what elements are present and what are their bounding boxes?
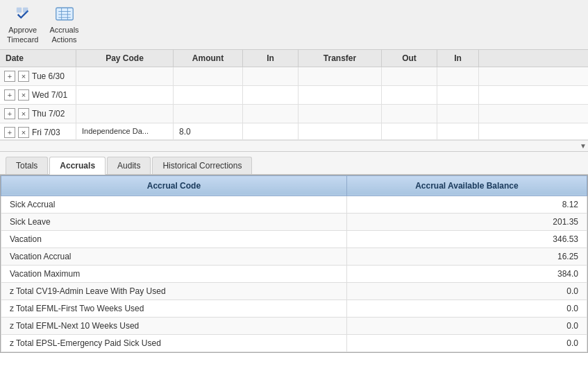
table-row: Sick Accrual8.12 (1, 196, 587, 213)
row-paycode (76, 67, 174, 85)
row-transfer (299, 67, 382, 85)
table-row: Vacation Accrual16.25 (1, 248, 587, 265)
table-row: + × Thu 7/02 (0, 105, 588, 123)
table-row: Sick Leave201.35 (1, 213, 587, 230)
row-out (382, 67, 437, 85)
row-amount (174, 67, 243, 85)
accrual-balance-cell: 346.53 (346, 230, 587, 248)
col-header-amount: Amount (174, 50, 243, 67)
row-date-cell: + × Tue 6/30 (0, 67, 76, 85)
table-row: + × Wed 7/01 (0, 86, 588, 105)
row-transfer (299, 86, 382, 104)
accruals-actions-button[interactable]: Accruals Actions (49, 4, 78, 45)
accrual-code-cell: Vacation Accrual (1, 248, 347, 265)
row-delete-button[interactable]: × (18, 127, 29, 138)
row-delete-button[interactable]: × (18, 71, 29, 82)
timesheet-area: Date Pay Code Amount In Transfer Out In … (0, 50, 588, 152)
col-header-date: Date (0, 50, 76, 67)
row-in (243, 86, 299, 104)
row-amount (174, 105, 243, 123)
tab-historical-corrections[interactable]: Historical Corrections (152, 157, 252, 174)
accrual-balance-cell: 0.0 (346, 334, 587, 352)
row-date: Fri 7/03 (32, 128, 60, 137)
row-in (243, 105, 299, 123)
row-out (382, 123, 437, 140)
accrual-code-cell: Sick Leave (1, 213, 347, 230)
accrual-balance-cell: 8.12 (346, 196, 587, 213)
accrual-balance-cell: 0.0 (346, 317, 587, 334)
tab-audits[interactable]: Audits (107, 157, 151, 174)
accrual-code-cell: Vacation Maximum (1, 265, 347, 282)
accruals-actions-label: Accruals Actions (49, 25, 78, 45)
row-in2 (437, 105, 479, 123)
svg-rect-1 (23, 8, 28, 12)
table-row: z Total EFML-Next 10 Weeks Used0.0 (1, 317, 587, 334)
row-paycode (76, 105, 174, 123)
toolbar: Approve Timecard Accruals Actions (0, 0, 588, 50)
tab-accruals[interactable]: Accruals (49, 157, 106, 175)
col-header-transfer: Transfer (299, 50, 382, 67)
table-row: z Total EPSL-Emergency Paid Sick Used0.0 (1, 334, 587, 352)
approve-timecard-button[interactable]: Approve Timecard (7, 4, 38, 45)
accrual-code-cell: Sick Accrual (1, 196, 347, 213)
row-amount: 8.0 (174, 123, 243, 140)
accrual-code-cell: z Total EFML-Next 10 Weeks Used (1, 317, 347, 334)
row-transfer (299, 105, 382, 123)
horizontal-scrollbar[interactable]: ▼ (0, 140, 588, 151)
row-out (382, 105, 437, 123)
row-in (243, 123, 299, 140)
row-add-button[interactable]: + (4, 71, 15, 82)
row-in2 (437, 86, 479, 104)
accrual-balance-cell: 0.0 (346, 282, 587, 300)
row-date: Wed 7/01 (32, 90, 67, 100)
tab-totals[interactable]: Totals (6, 157, 48, 174)
table-row: + × Tue 6/30 (0, 67, 588, 86)
accrual-balance-header: Accrual Available Balance (346, 175, 587, 196)
svg-rect-0 (17, 8, 22, 12)
accrual-balance-cell: 201.35 (346, 213, 587, 230)
table-row: Vacation Maximum384.0 (1, 265, 587, 282)
row-amount (174, 86, 243, 104)
table-row: Vacation346.53 (1, 230, 587, 248)
scroll-right-icon: ▼ (580, 142, 587, 150)
accruals-table: Accrual Code Accrual Available Balance S… (1, 175, 587, 352)
row-add-button[interactable]: + (4, 108, 15, 119)
row-date-cell: + × Wed 7/01 (0, 86, 76, 104)
accrual-code-cell: z Total CV19-Admin Leave With Pay Used (1, 282, 347, 300)
row-in2 (437, 123, 479, 140)
accrual-balance-cell: 0.0 (346, 300, 587, 317)
table-row: z Total EFML-First Two Weeks Used0.0 (1, 300, 587, 317)
col-header-in: In (243, 50, 299, 67)
row-date-cell: + × Thu 7/02 (0, 105, 76, 123)
row-transfer (299, 123, 382, 140)
table-row: + × Fri 7/03 Independence Da... 8.0 (0, 123, 588, 140)
svg-rect-2 (56, 8, 73, 20)
row-delete-button[interactable]: × (18, 108, 29, 119)
accrual-balance-cell: 16.25 (346, 248, 587, 265)
row-in2 (437, 67, 479, 85)
col-header-in2: In (437, 50, 479, 67)
row-in (243, 67, 299, 85)
row-add-button[interactable]: + (4, 89, 15, 101)
accrual-code-cell: z Total EPSL-Emergency Paid Sick Used (1, 334, 347, 352)
row-paycode: Independence Da... (76, 123, 174, 140)
tabs-bar: Totals Accruals Audits Historical Correc… (0, 152, 588, 175)
accruals-section: Accrual Code Accrual Available Balance S… (0, 175, 588, 353)
table-row: z Total CV19-Admin Leave With Pay Used0.… (1, 282, 587, 300)
row-out (382, 86, 437, 104)
row-add-button[interactable]: + (4, 127, 15, 138)
approve-timecard-icon (13, 4, 33, 24)
accrual-code-header: Accrual Code (1, 175, 347, 196)
row-date: Tue 6/30 (32, 71, 65, 81)
accrual-code-cell: z Total EFML-First Two Weeks Used (1, 300, 347, 317)
row-delete-button[interactable]: × (18, 89, 29, 101)
col-header-out: Out (382, 50, 437, 67)
timesheet-header: Date Pay Code Amount In Transfer Out In (0, 50, 588, 67)
accrual-code-cell: Vacation (1, 230, 347, 248)
row-date: Thu 7/02 (32, 109, 65, 119)
col-header-paycode: Pay Code (76, 50, 174, 67)
approve-timecard-label: Approve Timecard (7, 25, 38, 45)
accrual-balance-cell: 384.0 (346, 265, 587, 282)
row-date-cell: + × Fri 7/03 (0, 123, 76, 140)
row-paycode (76, 86, 174, 104)
